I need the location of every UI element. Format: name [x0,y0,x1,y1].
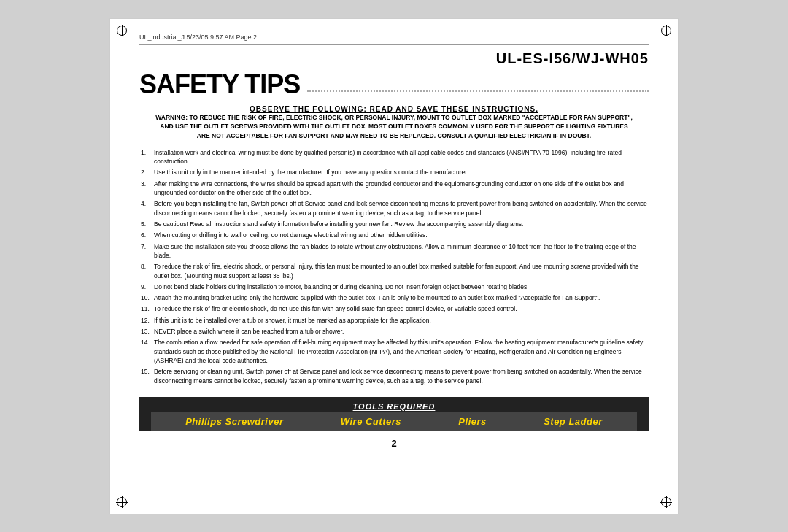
tools-title: TOOLS REQUIRED [151,400,637,412]
tools-items: Phillips ScrewdriverWire CuttersPliersSt… [151,412,637,431]
title-dotted-separator [307,90,649,92]
observe-warning: WARNING: TO REDUCE THE RISK OF FIRE, ELE… [139,113,649,141]
list-item: 4.Before you begin installing the fan, S… [139,199,649,217]
list-item: 2.Use this unit only in the manner inten… [139,168,649,177]
list-item: 5.Be cautious! Read all instructions and… [139,220,649,228]
list-item: 6.When cutting or drilling into wall or … [139,231,649,239]
meta-line: UL_industrial_J 5/23/05 9:57 AM Page 2 [139,34,649,45]
safety-title: SAFETY TIPS [139,72,300,98]
list-item: 7.Make sure the installation site you ch… [139,242,649,261]
page: UL_industrial_J 5/23/05 9:57 AM Page 2 U… [109,18,679,514]
list-item: 11.To reduce the risk of fire or electri… [139,304,649,313]
reg-mark-top-right [660,25,672,36]
list-item: 1.Installation work and electrical wirin… [139,148,649,166]
observe-section: OBSERVE THE FOLLOWING: READ AND SAVE THE… [139,105,649,141]
tool-item: Pliers [458,416,486,427]
title-row: SAFETY TIPS [139,72,649,98]
list-item: 12.If this unit is to be installed over … [139,316,649,325]
list-item: 15.Before servicing or cleaning unit, Sw… [139,367,649,385]
list-item: 3.After making the wire connections, the… [139,180,649,198]
tool-item: Phillips Screwdriver [185,416,283,427]
model-number: UL-ES-I56/WJ-WH05 [139,50,649,67]
list-item: 10.Attach the mounting bracket using onl… [139,293,649,302]
reg-mark-bottom-left [116,496,128,508]
list-item: 14.The combustion airflow needed for saf… [139,338,649,365]
meta-text: UL_industrial_J 5/23/05 9:57 AM Page 2 [139,34,257,41]
instructions-list: 1.Installation work and electrical wirin… [139,148,649,385]
tools-section: TOOLS REQUIRED Phillips ScrewdriverWire … [139,397,649,431]
page-number: 2 [139,438,649,449]
tool-item: Step Ladder [544,416,603,427]
tool-item: Wire Cutters [341,416,401,427]
reg-mark-bottom-right [660,496,672,508]
list-item: 9.Do not bend blade holders during insta… [139,282,649,291]
reg-mark-top-left [116,25,128,36]
list-item: 8.To reduce the risk of fire, electric s… [139,262,649,280]
list-item: 13.NEVER place a switch where it can be … [139,327,649,336]
observe-title: OBSERVE THE FOLLOWING: READ AND SAVE THE… [139,105,649,113]
